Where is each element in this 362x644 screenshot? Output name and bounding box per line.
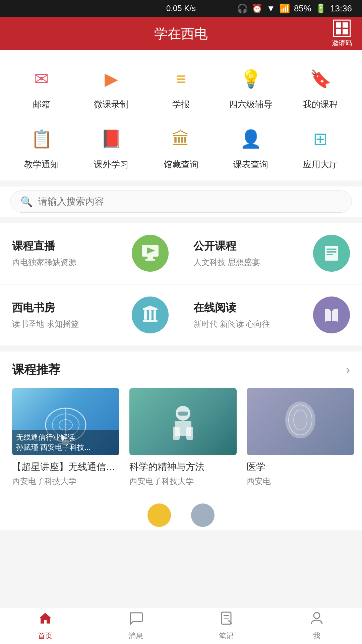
svg-point-36 [314, 612, 320, 619]
icon-micro-course[interactable]: ▶ 微课录制 [81, 64, 141, 110]
signal-icon: 📶 [279, 3, 290, 14]
card-online-reading[interactable]: 在线阅读 新时代 新阅读 心向往 [181, 284, 362, 345]
course-img-1: 无线通信行业解读孙赋瑾 西安电子科技... [12, 388, 119, 455]
icon-row-2: 📋 教学通知 📕 课外学习 🏛 馆藏查询 👤 课表查询 ⊞ 应 [7, 124, 355, 170]
alarm-icon: ⏰ [252, 3, 262, 14]
medical-svg [275, 398, 325, 445]
card-live-course[interactable]: 课程直播 西电独家稀缺资源 [0, 223, 181, 284]
my-course-label: 我的课程 [303, 99, 338, 110]
nav-message[interactable]: 消息 [90, 607, 181, 644]
status-bar: 0.05 K/s 🎧 ⏰ ▼ 📶 85% 🔋 13:36 [0, 0, 362, 17]
svg-rect-2 [145, 259, 155, 261]
card-xidian-library-subtitle: 读书圣地 求知摇篮 [12, 319, 79, 329]
card-online-reading-title: 在线阅读 [193, 301, 270, 315]
course-section-title: 课程推荐 [12, 362, 60, 378]
hint-circle-2 [191, 503, 215, 527]
time-display: 13:36 [330, 3, 352, 14]
search-bar[interactable]: 🔍 [0, 186, 362, 217]
course-school-1: 西安电子科技大学 [12, 476, 119, 487]
card-xidian-library-badge [132, 297, 169, 333]
section-arrow-icon: › [346, 363, 350, 377]
icon-notice[interactable]: 📋 教学通知 [11, 124, 72, 170]
quick-cards: 课程直播 西电独家稀缺资源 公开课程 人文科技 思想盛宴 [0, 223, 362, 345]
course-card-3[interactable]: 医学 西安电 [247, 388, 354, 487]
icon-my-course[interactable]: 🔖 我的课程 [290, 64, 351, 110]
card-online-reading-subtitle: 新时代 新阅读 心向往 [193, 319, 270, 329]
course-bg-2 [129, 388, 237, 455]
course-card-2[interactable]: 科学的精神与方法 西安电子科技大学 [129, 388, 237, 487]
search-input-wrapper[interactable]: 🔍 [10, 191, 352, 213]
pillar-icon [140, 305, 160, 325]
search-input[interactable] [38, 196, 342, 207]
my-course-icon: 🔖 [310, 69, 331, 89]
icon-row-1: ✉ 邮箱 ▶ 微课录制 ≡ 学报 💡 四六级辅导 🔖 我的课程 [7, 64, 355, 110]
app-header: 学在西电 邀请码 [0, 17, 362, 50]
nav-notes-label: 笔记 [219, 631, 234, 641]
cet-label: 四六级辅导 [229, 99, 273, 110]
course-card-1[interactable]: 无线通信行业解读孙赋瑾 西安电子科技... 【超星讲座】无线通信行... 西安电… [12, 388, 119, 487]
book-icon [321, 243, 342, 263]
icon-schedule[interactable]: 👤 课表查询 [221, 124, 281, 170]
card-open-course-subtitle: 人文科技 思想盛宴 [193, 257, 260, 268]
extracurricular-label: 课外学习 [94, 159, 129, 170]
course-school-2: 西安电子科技大学 [129, 476, 237, 487]
svg-rect-4 [325, 246, 338, 261]
library-icon: 🏛 [172, 129, 190, 149]
bottom-nav: 首页 消息 笔记 我 [0, 607, 362, 644]
message-icon [128, 611, 143, 629]
svg-marker-30 [39, 613, 51, 624]
icon-extracurricular[interactable]: 📕 课外学习 [81, 124, 141, 170]
svg-rect-1 [147, 257, 153, 259]
journal-label: 学报 [172, 99, 190, 110]
nav-home[interactable]: 首页 [0, 607, 90, 644]
battery-percent: 85% [294, 3, 311, 14]
svg-rect-5 [326, 249, 337, 250]
course-title-3: 医学 [247, 461, 354, 473]
svg-rect-6 [326, 251, 337, 253]
email-label: 邮箱 [33, 99, 50, 110]
card-open-course-text: 公开课程 人文科技 思想盛宴 [193, 239, 260, 268]
card-open-course[interactable]: 公开课程 人文科技 思想盛宴 [181, 223, 362, 284]
schedule-icon: 👤 [240, 129, 262, 149]
nav-notes[interactable]: 笔记 [181, 607, 272, 644]
svg-point-27 [285, 401, 315, 438]
card-live-course-badge [132, 235, 169, 272]
notice-label: 教学通知 [24, 159, 59, 170]
nav-me[interactable]: 我 [272, 607, 362, 644]
nav-message-label: 消息 [128, 631, 143, 641]
wifi-icon: ▼ [266, 3, 275, 14]
icon-cet[interactable]: 💡 四六级辅导 [221, 64, 281, 110]
app-title: 学在西电 [154, 24, 208, 43]
course-cards-container: 无线通信行业解读孙赋瑾 西安电子科技... 【超星讲座】无线通信行... 西安电… [0, 388, 362, 497]
qr-label: 邀请码 [332, 39, 352, 48]
icon-journal[interactable]: ≡ 学报 [151, 64, 211, 110]
svg-rect-10 [144, 310, 147, 320]
icon-app-hall[interactable]: ⊞ 应用大厅 [290, 124, 351, 170]
card-live-course-subtitle: 西电独家稀缺资源 [12, 257, 76, 268]
icon-library[interactable]: 🏛 馆藏查询 [151, 124, 211, 170]
headphone-icon: 🎧 [237, 3, 248, 14]
qr-icon [333, 20, 351, 37]
library-label: 馆藏查询 [164, 159, 198, 170]
svg-rect-24 [173, 427, 180, 440]
course-section-header[interactable]: 课程推荐 › [0, 352, 362, 388]
icon-email[interactable]: ✉ 邮箱 [11, 64, 72, 110]
bottom-hint-icons [147, 503, 215, 527]
svg-marker-13 [143, 306, 157, 308]
icon-grid: ✉ 邮箱 ▶ 微课录制 ≡ 学报 💡 四六级辅导 🔖 我的课程 [0, 50, 362, 180]
lab-svg [158, 398, 208, 445]
notes-icon [219, 611, 234, 629]
svg-rect-25 [186, 427, 193, 440]
card-xidian-library[interactable]: 西电书房 读书圣地 求知摇篮 [0, 284, 181, 345]
course-img-3 [247, 388, 354, 455]
battery-icon: 🔋 [315, 3, 326, 14]
home-icon [38, 611, 53, 629]
course-img-2 [129, 388, 237, 455]
svg-rect-26 [178, 412, 188, 416]
qr-button[interactable]: 邀请码 [332, 20, 352, 48]
card-live-course-text: 课程直播 西电独家稀缺资源 [12, 239, 76, 268]
card-xidian-library-text: 西电书房 读书圣地 求知摇篮 [12, 301, 79, 329]
course-title-2: 科学的精神与方法 [129, 461, 237, 473]
notice-icon: 📋 [31, 129, 53, 149]
card-online-reading-badge [313, 297, 350, 333]
